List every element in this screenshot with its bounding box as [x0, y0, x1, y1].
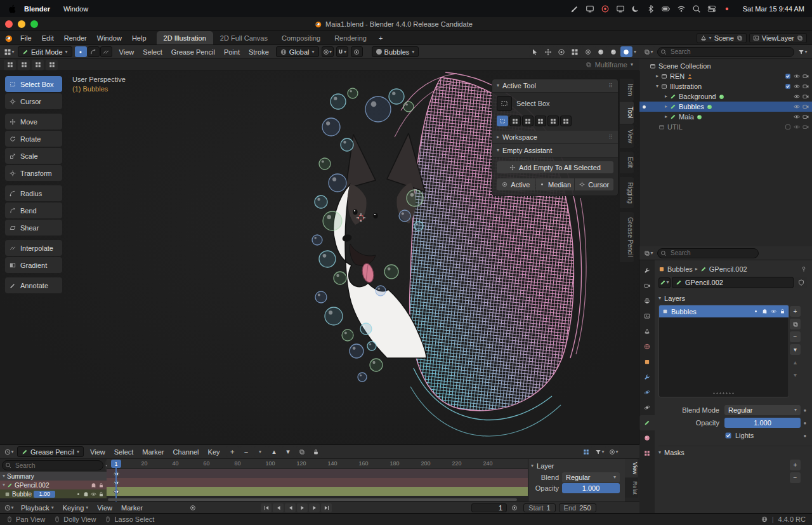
falloff-option-4[interactable]	[46, 60, 58, 70]
remove-mask-button[interactable]: −	[790, 472, 801, 483]
animate-dot[interactable]: ●	[801, 408, 809, 413]
workspace-tab-2d-illustration[interactable]: 2D Illustration	[157, 31, 213, 44]
properties-tab-constraints[interactable]	[639, 400, 655, 415]
properties-tab-texture[interactable]	[639, 446, 655, 461]
dope-sheet-mode-selector[interactable]: Grease Pencil ▾	[17, 446, 84, 457]
add-workspace-button[interactable]: +	[374, 31, 388, 44]
snap-button[interactable]: ▾	[336, 46, 348, 57]
channel-gpencil-002[interactable]: ▾GPencil.002	[0, 481, 107, 489]
outliner-row-maia[interactable]: ▸Maia	[639, 112, 812, 122]
add-layer-button[interactable]: +	[790, 306, 801, 317]
properties-tab-render[interactable]	[639, 278, 655, 293]
dope-sheet-tab-relat[interactable]: Relat	[625, 478, 638, 498]
workspace-panel-header[interactable]: ▸ Workspace ⠿	[492, 131, 618, 144]
eye-toggle[interactable]	[794, 83, 800, 90]
ds-blend-dropdown[interactable]: Regular ▾	[562, 472, 620, 482]
close-window-button[interactable]	[5, 20, 13, 28]
eye-toggle[interactable]	[794, 93, 800, 100]
topbar-menu-help[interactable]: Help	[127, 31, 152, 44]
camera-toggle[interactable]	[802, 114, 809, 120]
dope-sheet-tab-view[interactable]: View	[625, 459, 638, 477]
select-invert-button[interactable]	[535, 116, 546, 126]
chevron-right-icon[interactable]: ▸	[665, 114, 667, 119]
outliner-row-ren[interactable]: ▸REN	[639, 71, 812, 81]
layer-row-bubbles[interactable]: Bubbles	[659, 305, 789, 317]
animate-dot[interactable]: ●	[801, 433, 809, 439]
gizmos-toggle-button[interactable]	[542, 46, 554, 57]
camera-toggle[interactable]	[802, 103, 809, 110]
browse-data-button[interactable]: ▾	[658, 277, 671, 288]
viewport-menu-point[interactable]: Point	[219, 45, 244, 58]
dope-sheet-menu-channel[interactable]: Channel	[169, 445, 204, 458]
camera-toggle[interactable]	[802, 124, 809, 130]
overlays-toggle-button[interactable]	[556, 46, 568, 57]
shading-options-chevron[interactable]: ▾	[634, 50, 636, 55]
outliner-row-background[interactable]: ▸Background	[639, 91, 812, 102]
horizontal-scrollbar[interactable]	[108, 498, 517, 501]
camera-toggle[interactable]	[802, 93, 809, 100]
record-button[interactable]	[600, 4, 611, 14]
camera-toggle[interactable]	[802, 73, 809, 79]
rendered-shading-button[interactable]	[620, 46, 632, 57]
keyframe-band[interactable]	[107, 469, 528, 478]
playback-menu-playback[interactable]: Playback▾	[16, 504, 58, 512]
auto-keying-button[interactable]	[508, 502, 520, 513]
multiframe-toggle[interactable]: Multiframe ▾	[586, 61, 636, 69]
show-selected-filter-button[interactable]	[580, 446, 592, 457]
viewport-menu-grease-pencil[interactable]: Grease Pencil	[167, 45, 219, 58]
topbar-menu-edit[interactable]: Edit	[37, 31, 59, 44]
topbar-menu-render[interactable]: Render	[59, 31, 92, 44]
sidebar-tab-view[interactable]: View	[620, 124, 634, 149]
timeline-editor-type-button[interactable]: ▾	[3, 502, 15, 513]
properties-search-input[interactable]	[657, 248, 759, 258]
battery-button[interactable]	[661, 4, 672, 14]
eye-toggle[interactable]	[794, 124, 800, 130]
move-channel-down-button[interactable]: ▾	[282, 446, 294, 457]
prev-keyframe-button[interactable]	[273, 503, 284, 512]
solid-shading-button[interactable]	[595, 46, 607, 57]
outliner-row-util[interactable]: UTIL	[639, 122, 812, 132]
keyframe-band[interactable]	[107, 478, 528, 487]
properties-tab-data[interactable]	[639, 415, 655, 430]
properties-tab-object[interactable]	[639, 354, 655, 369]
properties-tab-modifiers[interactable]	[639, 369, 655, 385]
mode-selector[interactable]: Edit Mode ▾	[18, 46, 72, 57]
filter-button[interactable]: ▾	[594, 446, 606, 457]
timeline-ruler[interactable]: 20406080100120140160180200220240	[107, 459, 528, 469]
sync-button[interactable]	[187, 502, 199, 513]
ds-opacity-slider[interactable]: 1.000	[562, 483, 620, 493]
tool-transform[interactable]: Transform	[5, 165, 62, 181]
add-mask-button[interactable]: +	[790, 460, 801, 470]
snap-median-button[interactable]: Median	[536, 178, 575, 190]
wireframe-shading-button[interactable]	[582, 46, 594, 57]
layers-panel-header[interactable]: ▾ Layers	[658, 292, 812, 305]
eye-toggle[interactable]	[794, 114, 800, 120]
tool-radius[interactable]: Radius	[5, 185, 62, 201]
chevron-down-icon[interactable]: ▾	[3, 474, 5, 479]
layer-specials-button[interactable]: ▾	[790, 344, 801, 355]
breadcrumb-object[interactable]: Bubbles	[667, 265, 693, 273]
viewlayer-name[interactable]: ViewLayer	[762, 34, 794, 42]
select-intersect-button[interactable]	[547, 116, 559, 126]
proportional-edit-button[interactable]	[351, 46, 363, 57]
uncheck-toggle[interactable]	[785, 124, 791, 130]
jump-to-start-button[interactable]	[261, 503, 272, 512]
outliner-row-bubbles[interactable]: ▸Bubbles	[639, 102, 812, 112]
start-frame-field[interactable]: Start 1	[523, 503, 555, 512]
camera-toggle[interactable]	[802, 83, 809, 90]
layer-panel-header[interactable]: ▾ Layer	[531, 460, 622, 472]
extra-layer-ops-button[interactable]	[790, 319, 801, 329]
sidebar-tab-item[interactable]: Item	[620, 79, 634, 101]
channel-search-input[interactable]	[2, 460, 103, 470]
tool-annotate[interactable]: Annotate	[5, 277, 62, 293]
falloff-option-1[interactable]	[4, 60, 16, 70]
macos-menu-window[interactable]: Window	[58, 5, 94, 13]
viewport-menu-view[interactable]: View	[115, 45, 139, 58]
tool-bend[interactable]: Bend	[5, 203, 62, 218]
orientation-selector[interactable]: Global ▾	[276, 46, 319, 57]
chevron-right-icon[interactable]: ▸	[665, 104, 667, 109]
move-layer-up-button[interactable]: ▴	[790, 357, 801, 368]
display-button[interactable]	[615, 4, 626, 14]
select-mode-extra-button[interactable]	[560, 116, 572, 126]
end-frame-field[interactable]: End 250	[559, 503, 596, 512]
